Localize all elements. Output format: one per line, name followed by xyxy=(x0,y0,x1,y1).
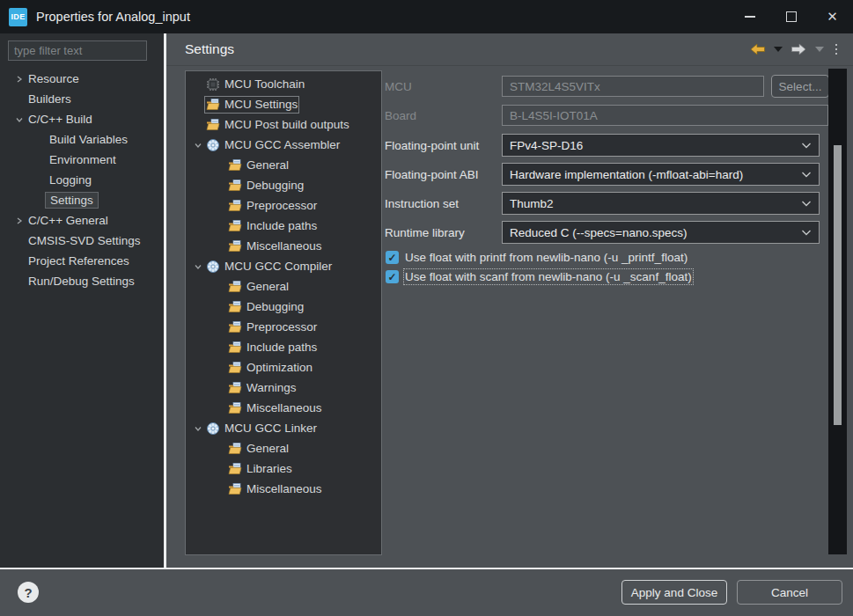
dialog-footer: ? Apply and Close Cancel xyxy=(0,568,853,616)
settings-header: Settings xyxy=(166,33,853,66)
tree-item-assembler-include-paths[interactable]: Include paths xyxy=(186,216,381,236)
sidebar-item-settings[interactable]: Settings xyxy=(0,190,164,210)
sidebar-item-cpp-general[interactable]: C/C++ General xyxy=(0,210,164,231)
instruction-set-label: Instruction set xyxy=(385,192,459,215)
abi-combobox[interactable]: Hardware implementation (-mfloat-abi=har… xyxy=(502,163,820,186)
folder-icon xyxy=(228,300,242,314)
sidebar-item-resource[interactable]: Resource xyxy=(0,69,164,89)
chevron-down-icon xyxy=(194,262,202,271)
folder-icon xyxy=(206,98,220,112)
folder-icon xyxy=(228,442,242,456)
folder-icon xyxy=(228,280,242,294)
sidebar-item-cpp-build[interactable]: C/C++ Build xyxy=(0,109,164,129)
folder-icon xyxy=(228,462,242,476)
fpu-combobox[interactable]: FPv4-SP-D16 xyxy=(502,134,820,157)
tree-item-compiler-debugging[interactable]: Debugging xyxy=(186,297,381,317)
filter-input[interactable] xyxy=(8,40,147,61)
scanf-float-checkbox-row: Use float with scanf from newlib-nano (-… xyxy=(386,269,692,284)
page-title: Settings xyxy=(185,41,234,57)
folder-icon xyxy=(228,219,242,233)
mcu-label: MCU xyxy=(385,76,412,97)
chevron-down-icon xyxy=(194,424,202,433)
tree-item-assembler-miscellaneous[interactable]: Miscellaneous xyxy=(186,236,381,256)
chip-icon xyxy=(206,77,220,92)
tree-item-linker-libraries[interactable]: Libraries xyxy=(186,458,381,479)
tool-icon xyxy=(206,138,220,152)
combo-chevron-icon xyxy=(801,201,812,207)
runtime-library-label: Runtime library xyxy=(385,221,465,244)
folder-icon xyxy=(228,341,242,355)
tree-item-mcu-gcc-linker[interactable]: MCU GCC Linker xyxy=(186,418,381,438)
tree-item-linker-general[interactable]: General xyxy=(186,438,381,458)
sidebar-item-project-references[interactable]: Project References xyxy=(0,251,164,271)
scanf-float-label: Use float with scanf from newlib-nano (-… xyxy=(405,270,692,283)
settings-scrollbar[interactable] xyxy=(828,69,847,554)
sidebar-item-logging[interactable]: Logging xyxy=(0,170,164,190)
minimize-button[interactable] xyxy=(729,0,770,33)
board-label: Board xyxy=(385,105,416,126)
sidebar-item-environment[interactable]: Environment xyxy=(0,150,164,170)
printf-float-checkbox[interactable] xyxy=(386,251,399,264)
combo-chevron-icon xyxy=(801,230,812,236)
tree-item-compiler-preprocessor[interactable]: Preprocessor xyxy=(186,317,381,337)
settings-page: Settings MCU Toolchain MCU Settings MCU … xyxy=(166,33,853,568)
mcu-field: STM32L4S5VITx xyxy=(502,76,764,97)
tree-item-linker-miscellaneous[interactable]: Miscellaneous xyxy=(186,479,381,499)
instruction-set-combobox[interactable]: Thumb2 xyxy=(502,192,820,215)
folder-icon xyxy=(228,401,242,415)
forward-history-dropdown-icon[interactable] xyxy=(815,47,824,52)
maximize-button[interactable] xyxy=(770,0,812,33)
back-history-dropdown-icon[interactable] xyxy=(774,47,783,52)
tool-icon xyxy=(206,422,220,436)
folder-icon xyxy=(206,118,220,132)
tree-item-mcu-toolchain[interactable]: MCU Toolchain xyxy=(186,74,381,94)
sidebar-item-build-variables[interactable]: Build Variables xyxy=(0,129,164,150)
sidebar-item-builders[interactable]: Builders xyxy=(0,89,164,109)
combo-chevron-icon xyxy=(801,143,812,149)
tree-item-assembler-debugging[interactable]: Debugging xyxy=(186,175,381,195)
tree-item-mcu-gcc-compiler[interactable]: MCU GCC Compiler xyxy=(186,256,381,276)
tree-item-mcu-settings[interactable]: MCU Settings xyxy=(186,94,381,114)
close-button[interactable] xyxy=(812,0,853,33)
tree-item-compiler-warnings[interactable]: Warnings xyxy=(186,378,381,398)
sidebar-item-cmsis-svd[interactable]: CMSIS-SVD Settings xyxy=(0,231,164,251)
tree-item-mcu-gcc-assembler[interactable]: MCU GCC Assembler xyxy=(186,135,381,155)
tool-icon xyxy=(206,260,220,274)
window-controls xyxy=(729,0,853,33)
help-button[interactable]: ? xyxy=(18,582,39,603)
tree-item-compiler-include-paths[interactable]: Include paths xyxy=(186,337,381,357)
minimize-icon xyxy=(745,16,755,18)
folder-icon xyxy=(228,320,242,334)
header-nav xyxy=(749,42,842,57)
mcu-select-button: Select... xyxy=(771,75,829,98)
tree-item-compiler-miscellaneous[interactable]: Miscellaneous xyxy=(186,398,381,418)
tree-item-mcu-post-build[interactable]: MCU Post build outputs xyxy=(186,114,381,135)
back-arrow-icon[interactable] xyxy=(749,43,766,55)
chevron-down-icon xyxy=(15,115,24,124)
view-menu-icon[interactable] xyxy=(832,42,842,57)
board-field: B-L4S5I-IOT01A xyxy=(502,105,828,126)
tree-item-compiler-general[interactable]: General xyxy=(186,276,381,297)
scrollbar-thumb[interactable] xyxy=(834,145,842,425)
fpu-label: Floating-point unit xyxy=(385,134,479,157)
cancel-button[interactable]: Cancel xyxy=(737,580,842,605)
sidebar-item-run-debug[interactable]: Run/Debug Settings xyxy=(0,271,164,291)
forward-arrow-icon[interactable] xyxy=(790,43,807,55)
tree-item-assembler-general[interactable]: General xyxy=(186,155,381,175)
runtime-library-combobox[interactable]: Reduced C (--specs=nano.specs) xyxy=(502,221,820,244)
apply-and-close-button[interactable]: Apply and Close xyxy=(621,580,727,605)
tree-item-compiler-optimization[interactable]: Optimization xyxy=(186,357,381,378)
folder-icon xyxy=(228,381,242,395)
properties-dialog: IDE Properties for Analog_input Resource… xyxy=(0,0,853,616)
folder-icon xyxy=(228,179,242,193)
folder-icon xyxy=(228,199,242,213)
tree-item-assembler-preprocessor[interactable]: Preprocessor xyxy=(186,195,381,216)
scanf-float-checkbox[interactable] xyxy=(386,270,399,283)
folder-icon xyxy=(228,482,242,496)
properties-nav-tree: Resource Builders C/C++ Build Build Vari… xyxy=(0,69,164,291)
chevron-right-icon xyxy=(15,216,24,225)
printf-float-checkbox-row: Use float with printf from newlib-nano (… xyxy=(386,250,688,265)
close-icon xyxy=(827,9,838,25)
tool-settings-tree: MCU Toolchain MCU Settings MCU Post buil… xyxy=(185,70,382,555)
chevron-right-icon xyxy=(15,75,24,84)
